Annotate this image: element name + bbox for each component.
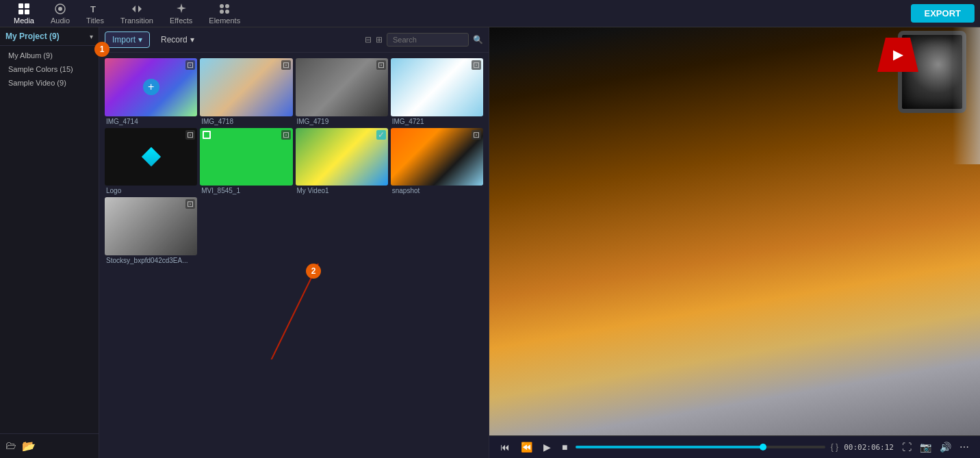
progress-bar[interactable]: [576, 446, 825, 448]
svg-point-9: [220, 4, 224, 8]
media-label: IMG_4714: [105, 118, 197, 125]
badge-1: 1: [94, 42, 109, 57]
project-header[interactable]: My Project (9) ▾: [0, 27, 99, 46]
panel-bottom: 🗁 📂: [0, 433, 99, 458]
new-folder-icon[interactable]: 🗁: [5, 440, 16, 453]
record-chevron-icon: ▾: [190, 35, 194, 44]
record-button[interactable]: Record ▾: [155, 32, 200, 47]
stop-button[interactable]: ■: [559, 440, 570, 454]
rewind-button[interactable]: ⏮: [498, 440, 513, 454]
chevron-down-icon: ▾: [90, 33, 93, 40]
svg-rect-2: [18, 3, 23, 8]
transition-icon: [131, 3, 143, 15]
tab-titles[interactable]: T Titles: [78, 0, 112, 27]
media-label: MVI_8545_1: [200, 187, 292, 194]
expand-icon: ⊡: [185, 130, 195, 140]
import-button[interactable]: Import ▾: [105, 31, 150, 48]
expand-icon: ⊡: [281, 60, 291, 70]
search-icon[interactable]: 🔍: [473, 35, 483, 44]
content-panel: Import ▾ Record ▾ ⊟ ⊞ 🔍 + ⊡ IMG_4714: [99, 27, 489, 458]
preview-panel: ▶ ⏮ ⏪ ▶ ■ { } 00:02:06:12 ⛶ 📷 🔊 ⋯: [489, 27, 980, 458]
audio-icon-tab: [54, 3, 66, 15]
project-title: My Project (9): [5, 31, 60, 41]
media-label: My Video1: [296, 187, 388, 194]
svg-point-7: [58, 7, 62, 11]
expand-icon: ⊡: [376, 60, 386, 70]
greenscreen-indicator: [203, 131, 211, 139]
svg-rect-3: [25, 3, 29, 8]
list-item[interactable]: ⊡ IMG_4719: [296, 58, 388, 125]
step-back-button[interactable]: ⏪: [518, 440, 535, 454]
media-label: Stocksy_bxpfd042cd3EA...: [105, 257, 197, 264]
media-icon: [18, 3, 30, 15]
search-input[interactable]: [387, 33, 469, 47]
sidebar-item-album[interactable]: My Album (9): [0, 49, 99, 62]
svg-point-10: [225, 4, 229, 8]
preview-video: ▶: [489, 27, 980, 435]
top-toolbar: Media Audio T Titles Transition Effects …: [0, 0, 980, 27]
add-icon[interactable]: +: [143, 79, 159, 95]
open-folder-icon[interactable]: 📂: [22, 440, 36, 453]
filter-icon[interactable]: ⊟: [365, 35, 372, 44]
media-label: Logo: [105, 187, 197, 194]
titles-icon: T: [89, 3, 101, 15]
media-label: IMG_4718: [200, 118, 292, 125]
list-item[interactable]: ⊡ Stocksy_bxpfd042cd3EA...: [105, 197, 197, 264]
media-label: snapshot: [391, 187, 483, 194]
grid-icon[interactable]: ⊞: [376, 35, 383, 44]
logo-thumbnail: [141, 147, 160, 166]
bracket-markers: { }: [831, 442, 838, 452]
expand-icon: ⊡: [185, 199, 195, 209]
play-button[interactable]: ▶: [541, 440, 554, 454]
content-toolbar: Import ▾ Record ▾ ⊟ ⊞ 🔍: [99, 27, 489, 53]
sidebar-item-colors[interactable]: Sample Colors (15): [0, 62, 99, 76]
snapshot-button[interactable]: 📷: [917, 440, 934, 454]
fullscreen-button[interactable]: ⛶: [899, 440, 914, 454]
video-frame: ▶: [489, 27, 980, 435]
expand-icon: ⊡: [472, 130, 481, 140]
tab-audio[interactable]: Audio: [42, 0, 78, 27]
svg-text:T: T: [90, 4, 96, 14]
expand-icon: ✓: [376, 130, 386, 140]
import-chevron-icon: ▾: [138, 35, 142, 44]
media-label: IMG_4719: [296, 118, 388, 125]
time-display: 00:02:06:12: [844, 443, 894, 452]
effects-icon: [175, 3, 188, 15]
tab-elements[interactable]: Elements: [201, 0, 248, 27]
svg-rect-5: [25, 10, 29, 14]
expand-icon: ⊡: [472, 60, 481, 70]
list-item[interactable]: ⊡ MVI_8545_1: [200, 128, 292, 195]
left-panel: My Project (9) ▾ My Album (9) Sample Col…: [0, 27, 99, 458]
tab-effects[interactable]: Effects: [162, 0, 201, 27]
progress-fill: [576, 446, 762, 448]
elements-icon: [218, 3, 231, 15]
list-item[interactable]: ⊡ IMG_4721: [391, 58, 483, 125]
media-grid: + ⊡ IMG_4714 ⊡ IMG_4718 ⊡ IMG_4719: [99, 53, 489, 458]
list-item[interactable]: ⊡ snapshot: [391, 128, 483, 195]
panel-items: My Album (9) Sample Colors (15) Sample V…: [0, 46, 99, 433]
svg-rect-4: [18, 10, 23, 14]
expand-icon: ⊡: [281, 130, 291, 140]
svg-point-12: [225, 10, 229, 14]
sidebar-item-videos[interactable]: Sample Video (9): [0, 76, 99, 90]
preview-controls: ⏮ ⏪ ▶ ■ { } 00:02:06:12 ⛶ 📷 🔊 ⋯: [489, 435, 980, 458]
volume-button[interactable]: 🔊: [937, 440, 954, 454]
search-area: ⊟ ⊞ 🔍: [365, 33, 483, 47]
tab-media[interactable]: Media: [5, 0, 42, 27]
export-button[interactable]: EXPORT: [911, 4, 975, 23]
svg-point-11: [220, 10, 224, 14]
expand-icon: ⊡: [185, 60, 195, 70]
list-item[interactable]: ✓ My Video1: [296, 128, 388, 195]
tab-transition[interactable]: Transition: [112, 0, 162, 27]
list-item[interactable]: ⊡ IMG_4718: [200, 58, 292, 125]
media-label: IMG_4721: [391, 118, 483, 125]
progress-thumb: [760, 444, 766, 450]
list-item[interactable]: ⊡ Logo: [105, 128, 197, 195]
preview-controls-right: ⛶ 📷 🔊 ⋯: [899, 440, 972, 454]
settings-button[interactable]: ⋯: [957, 440, 972, 454]
list-item[interactable]: + ⊡ IMG_4714: [105, 58, 197, 125]
badge-2: 2: [306, 264, 321, 279]
